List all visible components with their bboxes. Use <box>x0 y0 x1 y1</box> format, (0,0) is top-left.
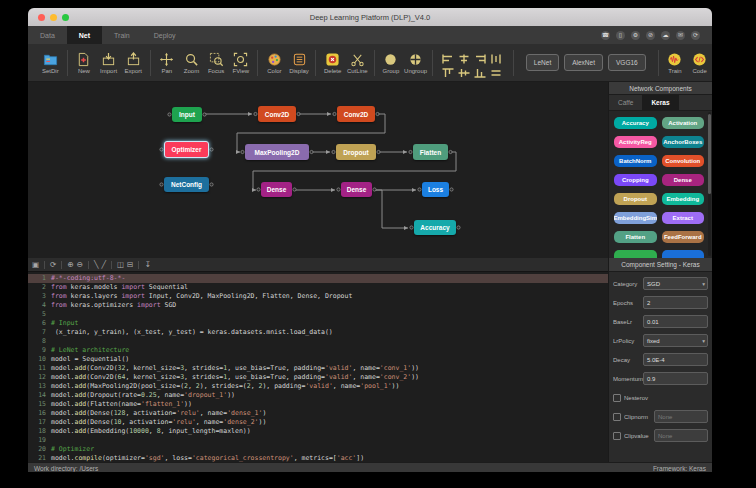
component-convolution[interactable]: Convolution <box>662 155 705 167</box>
decay-input[interactable]: 5.0E-4 <box>643 353 708 366</box>
component-accuracy[interactable]: Accuracy <box>614 117 657 129</box>
mail-icon[interactable]: ✉ <box>676 31 685 40</box>
node-optimizer[interactable]: Optimizer <box>164 141 209 158</box>
component-embedding[interactable]: Embedding <box>662 193 705 205</box>
toolbar-color-button[interactable]: Color <box>262 52 287 74</box>
toolbar-zoom-button[interactable]: Zoom <box>179 52 204 74</box>
vgg16-button[interactable]: VGG16 <box>608 54 646 71</box>
component-cropping[interactable]: Cropping <box>614 174 657 186</box>
toolbar-fview-button[interactable]: FView <box>228 52 253 74</box>
toolbar-setdir-button[interactable]: SetDir <box>38 52 63 74</box>
toolbar-group-button[interactable]: Group <box>379 52 404 74</box>
component-flatten[interactable]: Flatten <box>614 231 657 243</box>
gear-icon[interactable]: ⚙ <box>631 31 640 40</box>
line-number: 13 <box>28 382 51 391</box>
toolbar-separator <box>315 50 316 76</box>
align-middle-icon[interactable] <box>458 64 472 76</box>
tab-data[interactable]: Data <box>28 26 67 44</box>
epochs-input[interactable]: 2 <box>643 296 708 309</box>
framework-tab-keras[interactable]: Keras <box>642 95 678 110</box>
clipnorm-input[interactable]: None <box>654 410 708 423</box>
node-flatten[interactable]: Flatten <box>413 144 448 160</box>
component-partial[interactable] <box>662 250 705 258</box>
editor-zoom-out-icon[interactable]: ⊖ <box>77 261 83 269</box>
node-conv2d[interactable]: Conv2D <box>337 106 375 122</box>
component-dense[interactable]: Dense <box>662 174 705 186</box>
toolbar-delete-button[interactable]: Delete <box>320 52 345 74</box>
component-activityreg[interactable]: ActivityReg <box>614 136 657 148</box>
toolbar-ungroup-button[interactable]: Ungroup <box>403 52 428 74</box>
refresh-icon[interactable]: ⟳ <box>691 31 700 40</box>
baselr-input[interactable]: 0.01 <box>643 315 708 328</box>
cloud-icon[interactable]: ☁ <box>661 31 670 40</box>
node-netconfig[interactable]: NetConfig <box>164 177 209 192</box>
zoom-button[interactable] <box>62 14 69 21</box>
clipvalue-checkbox[interactable] <box>613 432 621 440</box>
align-top-icon[interactable] <box>442 64 456 76</box>
component-feedforward[interactable]: FeedForward <box>662 231 705 243</box>
align-right-icon[interactable] <box>474 50 488 62</box>
tab-net[interactable]: Net <box>67 26 102 44</box>
node-dense[interactable]: Dense <box>261 182 292 197</box>
settings-panel-title: Component Setting - Keras <box>609 258 712 272</box>
component-extract[interactable]: Extract <box>662 212 705 224</box>
lrpolicy-select[interactable]: fixed▾ <box>643 334 708 347</box>
nesterov-checkbox[interactable] <box>613 394 621 402</box>
component-embeddingsim[interactable]: EmbeddingSim <box>614 212 657 224</box>
editor-pen2-icon[interactable]: ╱ <box>102 261 107 269</box>
framework-tab-caffe[interactable]: Caffe <box>609 95 642 110</box>
node-maxpooling2d[interactable]: MaxPooling2D <box>245 144 309 160</box>
toolbar-export-button[interactable]: Export <box>121 52 146 74</box>
toolbar-import-button[interactable]: Import <box>96 52 121 74</box>
code-line: 6# Input <box>28 319 608 328</box>
lenet-button[interactable]: LeNet <box>526 54 559 71</box>
editor-stop-icon[interactable]: ▣ <box>32 261 39 269</box>
editor-pen-icon[interactable]: ╲ <box>94 261 99 269</box>
align-center-h-icon[interactable] <box>458 50 472 62</box>
node-dropout[interactable]: Dropout <box>336 144 376 160</box>
toolbar-cutline-button[interactable]: CutLine <box>345 52 370 74</box>
minimize-button[interactable] <box>50 14 57 21</box>
node-accuracy[interactable]: Accuracy <box>414 220 456 235</box>
align-left-icon[interactable] <box>442 50 456 62</box>
node-input[interactable]: Input <box>172 107 202 122</box>
components-scrollbar[interactable] <box>708 112 711 256</box>
component-activation[interactable]: Activation <box>662 117 705 129</box>
tab-deploy[interactable]: Deploy <box>142 26 188 44</box>
editor-zoom-in-icon[interactable]: ⊕ <box>67 261 73 269</box>
close-button[interactable] <box>38 14 45 21</box>
momentum-input[interactable]: 0.9 <box>643 372 708 385</box>
line-number: 21 <box>28 454 51 462</box>
clipvalue-input[interactable]: None <box>654 429 708 442</box>
component-batchnorm[interactable]: BatchNorm <box>614 155 657 167</box>
device-icon[interactable]: ▯ <box>616 31 625 40</box>
compass-icon[interactable]: ⊘ <box>646 31 655 40</box>
distribute-v-icon[interactable] <box>490 64 504 76</box>
editor-split-h-icon[interactable]: ⊟ <box>127 261 133 269</box>
toolbar-new-button[interactable]: New <box>72 52 97 74</box>
node-loss[interactable]: Loss <box>422 182 449 197</box>
phone-icon[interactable]: ☎ <box>601 31 610 40</box>
toolbar-train-button[interactable]: Train <box>663 52 688 74</box>
editor-download-icon[interactable]: ↧ <box>144 261 150 269</box>
align-bottom-icon[interactable] <box>474 64 488 76</box>
tab-train[interactable]: Train <box>102 26 142 44</box>
clipnorm-checkbox[interactable] <box>613 413 621 421</box>
node-conv2d[interactable]: Conv2D <box>258 106 296 122</box>
category-select[interactable]: SGD▾ <box>643 277 708 290</box>
toolbar-focus-button[interactable]: Focus <box>204 52 229 74</box>
canvas[interactable]: InputConv2DConv2DOptimizerMaxPooling2DDr… <box>28 82 608 258</box>
component-dropout[interactable]: Dropout <box>614 193 657 205</box>
component-partial[interactable] <box>614 250 657 258</box>
component-anchorboxes[interactable]: AnchorBoxes <box>662 136 705 148</box>
toolbar-pan-button[interactable]: Pan <box>155 52 180 74</box>
node-dense[interactable]: Dense <box>341 182 372 197</box>
alexnet-button[interactable]: AlexNet <box>564 54 603 71</box>
toolbar-code-button[interactable]: Code <box>687 52 712 74</box>
toolbar-display-button[interactable]: Display <box>287 52 312 74</box>
code-area[interactable]: 1#-*-coding:utf-8-*-2from keras.models i… <box>28 272 608 462</box>
distribute-h-icon[interactable] <box>490 50 504 62</box>
editor-refresh-icon[interactable]: ⟳ <box>50 261 56 269</box>
editor-split-v-icon[interactable]: ◫ <box>117 261 124 269</box>
toolbar-separator <box>257 50 258 76</box>
